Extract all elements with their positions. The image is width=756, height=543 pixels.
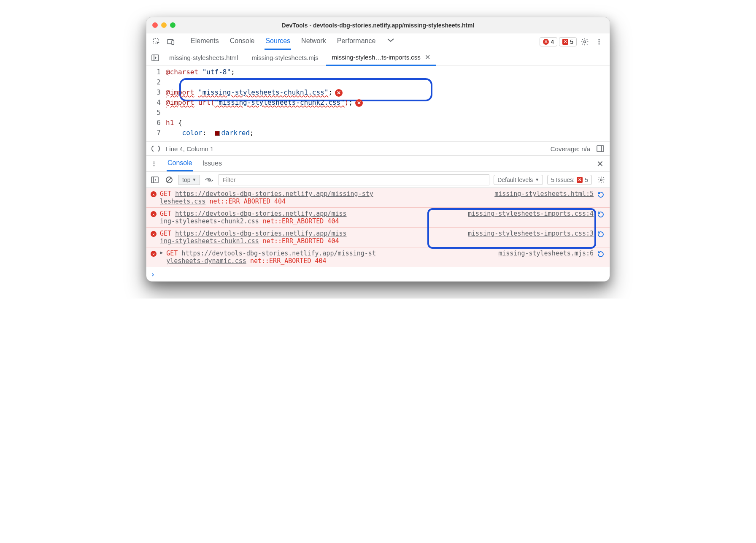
console-message[interactable]: ✕ GET https://devtools-dbg-stories.netli… (146, 228, 610, 247)
error-icon: ✕ (151, 211, 157, 217)
pretty-print-icon[interactable] (151, 145, 161, 152)
reload-icon[interactable] (597, 250, 605, 259)
drawer-kebab-icon[interactable] (150, 161, 158, 167)
tab-performance[interactable]: Performance (336, 34, 377, 50)
line-number: 5 (146, 108, 166, 118)
devtools-window: DevTools - devtools-dbg-stories.netlify.… (146, 17, 610, 282)
svg-point-5 (598, 41, 599, 42)
error-marker-icon[interactable]: ✕ (355, 99, 363, 107)
svg-point-19 (600, 179, 602, 181)
file-tab-label: missing-stylesh…ts-imports.css (332, 54, 421, 61)
reload-icon[interactable] (597, 231, 605, 239)
minimize-window-button[interactable] (161, 22, 167, 28)
line-number: 2 (146, 77, 166, 87)
error-icon: ✕ (151, 251, 157, 257)
svg-point-3 (584, 41, 586, 43)
issues-chip[interactable]: 5 Issues: ✕ 5 (547, 175, 592, 185)
drawer-tabs: Console Issues ✕ (146, 156, 610, 172)
reload-icon[interactable] (597, 211, 605, 219)
code-line: h1 { (166, 118, 610, 128)
editor-statusbar: Line 4, Column 1 Coverage: n/a (146, 141, 610, 156)
show-sidebar-icon[interactable] (595, 145, 605, 152)
svg-point-11 (154, 161, 155, 163)
maximize-window-button[interactable] (170, 22, 176, 28)
tab-network[interactable]: Network (300, 34, 327, 50)
issues-badge[interactable]: ✕ 5 (559, 37, 577, 46)
close-tab-icon[interactable]: ✕ (425, 53, 430, 61)
file-tabs: missing-stylesheets.html missing-stylesh… (146, 50, 610, 65)
error-dot-icon: ✕ (543, 39, 549, 45)
svg-point-12 (154, 163, 155, 164)
line-number: 3 (146, 87, 166, 98)
panel-tabs: Elements Console Sources Network Perform… (190, 34, 396, 50)
error-marker-icon[interactable]: ✕ (335, 89, 343, 97)
line-number: 7 (146, 128, 166, 138)
titlebar: DevTools - devtools-dbg-stories.netlify.… (146, 17, 610, 33)
navigator-toggle-icon[interactable] (149, 52, 162, 64)
settings-icon[interactable] (578, 35, 591, 48)
console-sidebar-toggle-icon[interactable] (150, 174, 160, 186)
close-drawer-icon[interactable]: ✕ (594, 159, 606, 169)
divider (182, 37, 182, 46)
issues-chip-label: 5 Issues: (551, 176, 575, 183)
console-prompt[interactable]: › (146, 267, 610, 281)
error-icon: ✕ (151, 231, 157, 237)
drawer-tab-issues[interactable]: Issues (202, 157, 223, 171)
close-window-button[interactable] (152, 22, 158, 28)
file-tab-label: missing-stylesheets.mjs (251, 54, 318, 61)
tab-sources[interactable]: Sources (265, 34, 291, 50)
inspect-element-icon[interactable] (151, 35, 163, 48)
code-line: @import url("missing-stylesheets-chunk2.… (166, 98, 610, 108)
error-icon: ✕ (151, 191, 157, 197)
code-line: @charset "utf-8"; (166, 67, 610, 77)
console-settings-icon[interactable] (596, 174, 606, 186)
device-toolbar-icon[interactable] (165, 35, 178, 48)
source-link[interactable]: missing-stylesheets.html:5 (494, 190, 594, 198)
svg-point-13 (154, 165, 155, 166)
execution-context-select[interactable]: top ▼ (178, 175, 200, 185)
cursor-position: Line 4, Column 1 (166, 145, 213, 152)
kebab-menu-icon[interactable] (593, 35, 605, 48)
file-tab-0[interactable]: missing-stylesheets.html (163, 51, 244, 65)
message-body: GET https://devtools-dbg-stories.netlify… (166, 250, 491, 265)
console-messages: ✕ GET https://devtools-dbg-stories.netli… (146, 188, 610, 267)
console-message[interactable]: ✕ GET https://devtools-dbg-stories.netli… (146, 208, 610, 228)
coverage-status: Coverage: n/a (551, 145, 590, 152)
file-tab-label: missing-stylesheets.html (169, 54, 238, 61)
line-number: 1 (146, 67, 166, 77)
log-levels-select[interactable]: Default levels ▼ (494, 175, 543, 185)
issue-square-icon: ✕ (577, 177, 583, 183)
drawer-tab-console[interactable]: Console (167, 156, 193, 171)
svg-point-4 (598, 39, 599, 40)
tab-elements[interactable]: Elements (190, 34, 220, 50)
expand-icon[interactable]: ▶ (160, 250, 163, 255)
issue-square-icon: ✕ (562, 39, 568, 45)
reload-icon[interactable] (597, 191, 605, 199)
source-editor[interactable]: 1@charset "utf-8"; 2 3@import "missing-s… (146, 65, 610, 141)
filter-input[interactable] (219, 174, 489, 185)
message-body: GET https://devtools-dbg-stories.netlify… (160, 210, 460, 225)
source-link[interactable]: missing-stylesheets.mjs:6 (498, 250, 594, 257)
tab-console[interactable]: Console (229, 34, 256, 50)
source-link[interactable]: missing-stylesheets-imports.css:3 (468, 230, 594, 237)
console-message[interactable]: ✕ ▶ GET https://devtools-dbg-stories.net… (146, 247, 610, 267)
message-body: GET https://devtools-dbg-stories.netlify… (160, 190, 487, 205)
file-tab-1[interactable]: missing-stylesheets.mjs (246, 51, 324, 65)
svg-point-6 (598, 43, 599, 44)
color-swatch[interactable] (215, 131, 220, 136)
live-expression-icon[interactable] (204, 174, 214, 186)
svg-rect-9 (597, 146, 604, 152)
more-tabs-button[interactable] (386, 34, 396, 50)
context-label: top (182, 176, 190, 183)
code-line (166, 77, 610, 87)
code-line (166, 108, 610, 118)
console-message[interactable]: ✕ GET https://devtools-dbg-stories.netli… (146, 188, 610, 208)
errors-badge[interactable]: ✕ 4 (540, 37, 557, 46)
file-tab-2[interactable]: missing-stylesh…ts-imports.css ✕ (326, 50, 436, 66)
code-line: @import "missing-stylesheets-chukn1.css"… (166, 87, 610, 98)
svg-line-17 (167, 178, 171, 182)
source-link[interactable]: missing-stylesheets-imports.css:4 (468, 210, 594, 217)
clear-console-icon[interactable] (164, 174, 174, 186)
window-title: DevTools - devtools-dbg-stories.netlify.… (146, 22, 610, 29)
levels-label: Default levels (497, 176, 533, 183)
